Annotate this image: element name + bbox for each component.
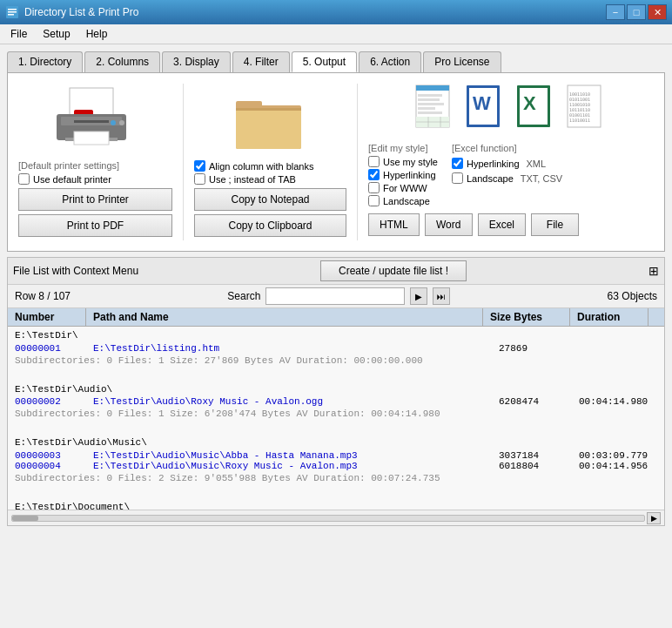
svg-rect-17: [236, 108, 301, 111]
col-path: Path and Name: [86, 308, 483, 326]
forwww-label: For WWW: [383, 183, 427, 193]
tab-action[interactable]: 6. Action: [359, 51, 421, 72]
file-button[interactable]: File: [531, 213, 579, 236]
tools-icon[interactable]: ⊞: [648, 264, 659, 278]
scroll-right-button[interactable]: ▶: [647, 512, 661, 524]
list-item: Subdirectories: 0 Files: 1 Size: 6'208'4…: [8, 407, 664, 422]
menu-help[interactable]: Help: [79, 26, 115, 42]
file-list-header: Number Path and Name Size Bytes Duration: [8, 308, 664, 327]
print-to-printer-button[interactable]: Print to Printer: [18, 188, 172, 211]
align-column-row: Align column with blanks: [194, 160, 346, 172]
context-menu-label: File List with Context Menu: [13, 265, 138, 277]
close-button[interactable]: ✕: [648, 4, 667, 20]
search-input[interactable]: [265, 287, 405, 305]
row-info: Row 8 / 107: [15, 290, 71, 302]
horizontal-scrollbar[interactable]: ▶: [8, 510, 664, 525]
menu-file[interactable]: File: [3, 26, 34, 42]
tab-directory[interactable]: 1. Directory: [7, 51, 83, 72]
window-title: Directory List & Print Pro: [24, 6, 138, 18]
bottom-section: File List with Context Menu Create / upd…: [7, 257, 665, 526]
default-printer-label: [Default printer settings]: [18, 160, 172, 171]
search-skip-button[interactable]: ⏭: [433, 287, 450, 305]
xml-label: XML: [527, 159, 547, 169]
list-item: E:\TestDir\: [8, 328, 664, 343]
hyper-left-label: Hyperlinking: [383, 170, 436, 180]
excel-button[interactable]: Excel: [478, 213, 526, 236]
list-separator: [8, 485, 664, 500]
folder-icon-area: [194, 84, 346, 153]
svg-rect-2: [8, 11, 17, 13]
col-size: Size Bytes: [483, 308, 570, 326]
use-default-printer-label: Use default printer: [33, 174, 111, 185]
svg-rect-1: [8, 9, 17, 10]
minimize-button[interactable]: −: [606, 4, 625, 20]
list-item: 00000003 E:\TestDir\Audio\Music\Abba - H…: [8, 450, 664, 461]
hyper-right-checkbox[interactable]: [452, 158, 463, 169]
list-item: 00000002 E:\TestDir\Audio\Roxy Music - A…: [8, 396, 664, 407]
search-forward-button[interactable]: ▶: [410, 287, 427, 305]
svg-rect-22: [418, 103, 444, 105]
list-separator: [8, 368, 664, 382]
col-number: Number: [8, 308, 86, 326]
use-my-style-checkbox[interactable]: [368, 156, 380, 167]
scroll-header-spacer: [648, 308, 664, 326]
hyper-left-row: Hyperlinking: [368, 169, 438, 180]
file-list-body[interactable]: E:\TestDir\ 00000001 E:\TestDir\listing.…: [8, 327, 664, 510]
use-semicolon-checkbox[interactable]: [194, 173, 205, 185]
format-left-options: [Edit my style] Use my style Hyperlinkin…: [368, 143, 438, 208]
copy-clipboard-button[interactable]: Copy to Clipboard: [194, 214, 346, 237]
landscape-left-checkbox[interactable]: [368, 195, 380, 206]
landscape-right-label: Landscape: [467, 173, 514, 184]
printer-section: PDF [De: [18, 84, 184, 240]
landscape-left-label: Landscape: [383, 196, 430, 206]
word-button[interactable]: Word: [425, 213, 473, 236]
svg-rect-20: [418, 94, 442, 97]
tab-output[interactable]: 5. Output: [292, 51, 357, 72]
create-update-button[interactable]: Create / update file list !: [320, 260, 467, 281]
landscape-right-row: Landscape TXT, CSV: [452, 171, 562, 186]
restore-button[interactable]: □: [627, 4, 646, 20]
hyper-right-label: Hyperlinking: [467, 159, 520, 169]
tab-pro[interactable]: Pro License: [423, 51, 501, 72]
use-default-printer-checkbox[interactable]: [18, 173, 30, 185]
list-item: 00000001 E:\TestDir\listing.htm 27869: [8, 343, 664, 354]
list-item: E:\TestDir\Document\: [8, 500, 664, 510]
svg-text:11010011: 11010011: [569, 118, 590, 123]
app-icon: [5, 5, 19, 19]
use-semicolon-label: Use ; instead of TAB: [209, 174, 296, 185]
menu-setup[interactable]: Setup: [36, 26, 77, 42]
scroll-thumb[interactable]: [12, 516, 38, 521]
objects-count: 63 Objects: [608, 290, 657, 302]
tab-filter[interactable]: 4. Filter: [232, 51, 290, 72]
tab-columns[interactable]: 2. Columns: [84, 51, 160, 72]
folder-icon: [232, 84, 310, 153]
tab-display[interactable]: 3. Display: [162, 51, 231, 72]
list-item: E:\TestDir\Audio\: [8, 382, 664, 397]
copy-notepad-button[interactable]: Copy to Notepad: [194, 188, 346, 211]
svg-rect-11: [74, 132, 109, 145]
menu-bar: File Setup Help: [0, 24, 672, 44]
word-icon: W: [464, 84, 507, 136]
print-to-pdf-button[interactable]: Print to PDF: [18, 214, 172, 237]
forwww-checkbox[interactable]: [368, 182, 380, 193]
align-column-label: Align column with blanks: [209, 161, 313, 172]
svg-rect-3: [8, 14, 14, 16]
use-my-style-row: Use my style: [368, 156, 438, 167]
excel-icon: X: [514, 84, 558, 136]
use-default-printer-row: Use default printer: [18, 173, 172, 185]
col-duration: Duration: [570, 308, 648, 326]
svg-rect-24: [418, 111, 442, 114]
window-controls: − □ ✕: [606, 4, 667, 20]
printer-icon: PDF: [48, 84, 144, 153]
hyper-left-checkbox[interactable]: [368, 169, 380, 180]
scroll-track[interactable]: [11, 515, 645, 522]
align-column-checkbox[interactable]: [194, 160, 205, 172]
edit-style-label: [Edit my style]: [368, 143, 438, 153]
svg-text:X: X: [523, 92, 536, 114]
html-button[interactable]: HTML: [368, 213, 420, 236]
search-row: Search ▶ ⏭: [227, 287, 450, 305]
format-right-options: [Excel function] Hyperlinking XML La: [452, 143, 562, 208]
landscape-right-checkbox[interactable]: [452, 172, 463, 184]
landscape-left-row: Landscape: [368, 195, 438, 206]
svg-text:W: W: [473, 92, 491, 114]
